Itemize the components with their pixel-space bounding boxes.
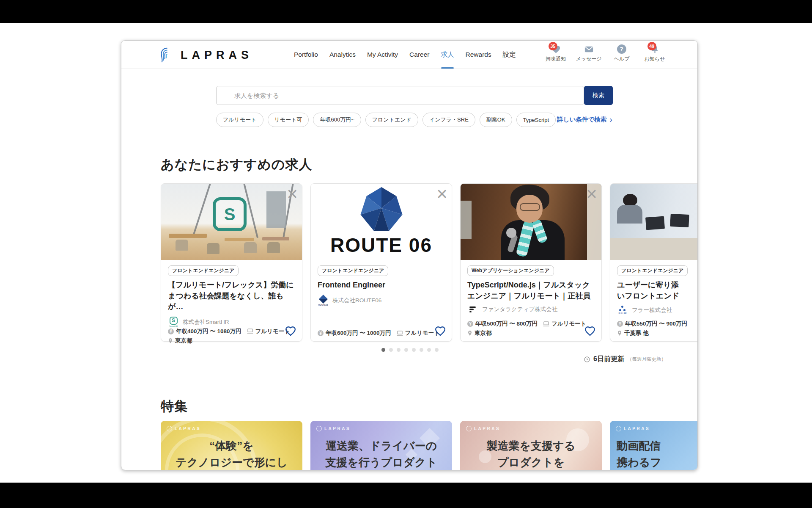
route06-gem-icon <box>357 187 406 237</box>
chevron-right-icon: › <box>609 115 612 124</box>
nav-analytics[interactable]: Analytics <box>329 41 356 69</box>
carousel-dot[interactable] <box>412 348 416 352</box>
feature-banner-manufacturing[interactable]: LAPRAS 製造業を支援する プロダクトを <box>460 421 602 470</box>
location-pin-icon <box>168 338 173 344</box>
banner-lapras-logo: LAPRAS <box>316 426 351 431</box>
banner-line: テクノロジーで形にし <box>161 454 302 470</box>
job-tag: フロントエンドエンジニア <box>318 265 388 276</box>
carousel-dot[interactable] <box>389 348 393 352</box>
close-icon[interactable]: × <box>436 183 447 205</box>
favorite-heart-icon[interactable] <box>285 326 296 337</box>
close-icon[interactable]: × <box>287 183 298 205</box>
job-card-smarthr[interactable]: S × フロントエンドエンジニア 【フルリモート/フレックス】労働に まつわる社… <box>161 183 302 342</box>
carousel-dot[interactable] <box>435 348 439 352</box>
job-title: ユーザーに寄り添 いフロントエンド <box>617 280 698 301</box>
salary-icon: ¥ <box>318 330 324 336</box>
chip-infra-sre[interactable]: インフラ・SRE <box>422 113 475 127</box>
job-tag: Webアプリケーションエンジニア <box>467 265 554 276</box>
remote-work-icon <box>397 331 403 336</box>
job-tag: フロントエンドエンジニア <box>168 265 239 276</box>
fingerprint-logo-icon <box>167 426 172 431</box>
fingerprint-logo-icon <box>466 426 472 431</box>
messages-button[interactable]: メッセージ <box>576 44 602 63</box>
carousel-dot[interactable] <box>427 348 431 352</box>
work-style-text: フルリモート <box>551 320 587 328</box>
help-button[interactable]: ? ヘルプ <box>609 44 635 63</box>
job-card-fantalactive[interactable]: × Webアプリケーションエンジニア TypeScript/Node.js｜フル… <box>460 183 602 342</box>
chip-frontend[interactable]: フロントエンド <box>365 113 418 127</box>
chip-salary-600[interactable]: 年収600万円~ <box>313 113 361 127</box>
nav-rewards[interactable]: Rewards <box>466 41 491 69</box>
feature-banner-video[interactable]: LAPRAS 動画配信 携わるフ <box>610 421 698 470</box>
job-photo-office: S <box>161 184 302 260</box>
advanced-search-link[interactable]: 詳しい条件で検索 › <box>557 115 612 124</box>
notifications-badge: 49 <box>647 42 656 50</box>
job-title: Frontend Engineer <box>318 280 445 291</box>
job-card-route06[interactable]: ROUTE 06 × フロントエンドエンジニア Frontend Enginee… <box>310 183 452 342</box>
carousel-dot[interactable] <box>420 348 423 352</box>
carousel-dot[interactable] <box>404 348 408 352</box>
chip-typescript[interactable]: TypeScript <box>516 113 556 127</box>
favorite-heart-icon[interactable] <box>584 326 596 337</box>
job-photo-route06-logo: ROUTE 06 <box>311 184 452 260</box>
banner-lapras-logo: LAPRAS <box>466 426 500 431</box>
nav-career[interactable]: Career <box>409 41 429 69</box>
recommended-section-title: あなたにおすすめの求人 <box>161 156 313 174</box>
job-card-fuller[interactable]: × フロントエンドエンジニア ユーザーに寄り添 いフロントエンド FULLER … <box>610 183 698 342</box>
nav-portfolio[interactable]: Portfolio <box>294 41 318 69</box>
main-nav: Portfolio Analytics My Activity Career 求… <box>294 41 516 69</box>
carousel-dot[interactable] <box>381 348 385 352</box>
feature-banners: LAPRAS “体験”を テクノロジーで形にし 届けるプロダクトを LAPRAS… <box>161 421 698 470</box>
company-name: ファンタラクティブ株式会社 <box>482 306 557 313</box>
favorite-heart-icon[interactable] <box>434 326 446 337</box>
nav-my-activity[interactable]: My Activity <box>367 41 398 69</box>
banner-line: 携わるフ <box>617 454 698 470</box>
banner-lapras-logo: LAPRAS <box>167 426 201 431</box>
feature-banner-experience[interactable]: LAPRAS “体験”を テクノロジーで形にし 届けるプロダクトを <box>161 421 302 470</box>
smarthr-wall-logo: S <box>213 197 247 231</box>
interest-notifications-button[interactable]: 35 興味通知 <box>543 44 569 63</box>
fuller-logo-icon: FULLER <box>617 306 628 315</box>
chip-remote-ok[interactable]: リモート可 <box>268 113 309 127</box>
fingerprint-logo-icon <box>316 426 322 431</box>
job-title: 【フルリモート/フレックス】労働に まつわる社会課題をなくし、誰もが… <box>168 280 295 312</box>
header-utilities: 35 興味通知 メッセージ ? ヘルプ <box>543 44 668 63</box>
help-icon: ? <box>617 44 626 54</box>
banner-line: 支援を行うプロダクト <box>310 454 452 470</box>
lapras-logo[interactable]: LAPRAS <box>158 46 253 64</box>
update-schedule-note: （毎週月曜更新） <box>627 356 666 362</box>
salary-text: 年収550万円 〜 900万円 <box>625 320 687 328</box>
company-name: フラー株式会社 <box>632 306 672 314</box>
carousel-dots <box>121 348 698 352</box>
job-search-input[interactable] <box>216 86 584 105</box>
salary-text: 年収400万円 〜 1080万円 <box>176 328 241 335</box>
smarthr-logo-icon: S SmartHR <box>168 317 179 328</box>
route06-logo-icon: ROUTE06 <box>318 295 329 306</box>
filter-chips: フルリモート リモート可 年収600万円~ フロントエンド インフラ・SRE 副… <box>216 113 556 127</box>
chip-side-job-ok[interactable]: 副業OK <box>480 113 512 127</box>
update-info: 6日前更新 （毎週月曜更新） <box>584 355 666 364</box>
remote-work-icon <box>543 321 549 327</box>
location-text: 東京都 <box>475 329 492 337</box>
search-button[interactable]: 検索 <box>584 86 613 105</box>
lapras-page: LAPRAS Portfolio Analytics My Activity C… <box>121 40 698 470</box>
feature-banner-transport[interactable]: LAPRAS 運送業、ドライバーの 支援を行うプロダクト <box>310 421 452 470</box>
salary-icon: ¥ <box>168 329 174 334</box>
header: LAPRAS Portfolio Analytics My Activity C… <box>121 41 697 69</box>
company-name: 株式会社ROUTE06 <box>332 297 381 304</box>
location-pin-icon <box>467 330 472 336</box>
nav-settings[interactable]: 設定 <box>503 41 516 69</box>
fingerprint-logo-icon <box>616 426 621 431</box>
notifications-button[interactable]: 49 お知らせ <box>642 44 668 63</box>
job-cards-carousel: S × フロントエンドエンジニア 【フルリモート/フレックス】労働に まつわる社… <box>161 183 698 342</box>
nav-jobs-active[interactable]: 求人 <box>441 41 454 69</box>
close-icon[interactable]: × <box>586 183 597 205</box>
location-pin-icon <box>617 330 622 336</box>
banner-line: 運送業、ドライバーの <box>310 438 452 454</box>
banner-line: プロダクトを <box>460 454 602 470</box>
job-photo-office-team <box>610 184 698 260</box>
chip-full-remote[interactable]: フルリモート <box>216 113 263 127</box>
company-name: 株式会社SmartHR <box>183 318 229 326</box>
carousel-dot[interactable] <box>397 348 401 352</box>
banner-line: “体験”を <box>161 438 302 454</box>
